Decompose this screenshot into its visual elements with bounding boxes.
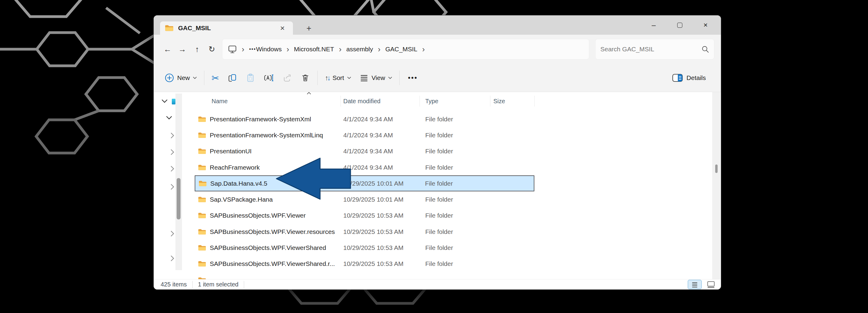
breadcrumb-separator[interactable]: › (417, 45, 430, 54)
file-list: PresentationFramework-SystemXml 4/1/2024… (195, 111, 575, 279)
view-button[interactable]: View (355, 68, 396, 87)
rename-button[interactable] (259, 68, 278, 87)
search-box[interactable] (595, 39, 714, 59)
column-header-name[interactable]: Name (195, 98, 341, 105)
minimize-button[interactable]: – (641, 16, 667, 35)
details-pane-button[interactable]: Details (668, 68, 710, 87)
paste-button[interactable] (241, 68, 259, 87)
tree-expand-chevron[interactable] (170, 184, 174, 190)
new-tab-button[interactable]: + (303, 23, 315, 33)
trash-icon (301, 73, 310, 83)
file-row[interactable]: Sap.VSPackage.Hana 10/29/2025 10:01 AM F… (195, 191, 534, 207)
column-divider[interactable] (534, 96, 535, 107)
file-date-modified: 4/1/2024 9:34 AM (341, 132, 420, 139)
file-row[interactable]: ReachFramework 4/1/2024 9:34 AM File fol… (195, 160, 534, 175)
search-input[interactable] (600, 46, 701, 53)
forward-button[interactable]: → (176, 44, 188, 56)
thumbnail-view-toggle[interactable] (704, 280, 718, 289)
up-button[interactable]: ↑ (191, 44, 203, 56)
breadcrumb-separator[interactable]: › (373, 45, 385, 54)
tree-expand-chevron[interactable] (170, 133, 174, 139)
thumbnail-view-icon (707, 281, 715, 289)
file-row[interactable]: PresentationFramework-SystemXmlLinq 4/1/… (195, 127, 534, 143)
item-count: 425 items (161, 281, 187, 288)
folder-icon (195, 212, 210, 219)
file-date-modified: 10/29/2025 10:53 AM (341, 260, 420, 267)
new-button[interactable]: New (160, 68, 201, 87)
column-divider[interactable] (420, 96, 420, 107)
breadcrumb-overflow-button[interactable]: ••• (249, 47, 256, 52)
maximize-button[interactable] (667, 16, 692, 35)
folder-icon (195, 196, 210, 203)
column-divider[interactable] (341, 96, 341, 107)
file-type: File folder (419, 180, 490, 187)
close-button[interactable]: × (692, 16, 718, 35)
paste-icon (246, 73, 255, 83)
breadcrumb-segment[interactable]: assembly (346, 46, 373, 53)
tree-expand-chevron[interactable] (170, 255, 174, 261)
file-row[interactable]: PresentationUI 4/1/2024 9:34 AM File fol… (195, 143, 534, 160)
file-row[interactable]: SAPBusinessObjects.WPF.Viewer.resources … (195, 224, 534, 240)
share-button[interactable] (278, 68, 296, 87)
details-view-icon (691, 281, 699, 289)
tree-expand-chevron[interactable] (170, 166, 174, 172)
rename-icon (264, 73, 274, 83)
file-list-scrollbar-track[interactable] (712, 92, 721, 279)
cut-button[interactable]: ✂ (207, 68, 223, 87)
breadcrumb[interactable]: › ••• Windows›Microsoft.NET›assembly›GAC… (222, 39, 589, 59)
nav-pane-scrollbar-thumb[interactable] (177, 178, 181, 220)
tree-expand-chevron[interactable] (170, 149, 174, 155)
file-type: File folder (420, 148, 490, 155)
column-divider[interactable] (490, 96, 490, 107)
toolbar-divider (317, 70, 318, 85)
refresh-button[interactable]: ↻ (206, 44, 218, 56)
file-row[interactable]: SAPBusinessObjects.WPF.ViewerShared 10/2… (195, 240, 534, 256)
tree-collapse-chevron[interactable] (166, 116, 172, 119)
tab-close-button[interactable]: × (277, 23, 287, 33)
folder-icon (165, 24, 174, 32)
breadcrumb-separator[interactable]: › (334, 45, 346, 54)
file-date-modified: 10/29/2025 10:01 AM (341, 180, 419, 187)
breadcrumb-segment[interactable]: Microsoft.NET (294, 46, 334, 53)
column-header-size[interactable]: Size (490, 98, 534, 105)
file-row[interactable]: Sap.Data.Hana.v4.5 10/29/2025 10:01 AM F… (195, 175, 534, 191)
file-row[interactable]: PresentationFramework-SystemXml 4/1/2024… (195, 111, 534, 127)
file-date-modified: 4/1/2024 9:34 AM (341, 148, 420, 155)
file-type: File folder (420, 164, 490, 171)
chevron-down-icon (193, 77, 197, 79)
tree-expand-chevron[interactable] (170, 231, 174, 237)
details-view-toggle[interactable] (688, 280, 702, 289)
minimize-icon: – (652, 21, 655, 29)
tree-collapse-chevron[interactable] (161, 99, 167, 103)
breadcrumb-separator[interactable]: › (282, 45, 294, 54)
desktop-background: GAC_MSIL × + – × ← → ↑ ↻ (0, 0, 868, 313)
folder-icon (195, 228, 210, 235)
copy-button[interactable] (223, 68, 241, 87)
delete-button[interactable] (296, 68, 314, 87)
title-bar[interactable]: GAC_MSIL × + – × (154, 16, 721, 35)
chevron-down-icon (347, 77, 351, 79)
file-date-modified: 4/1/2024 9:34 AM (341, 116, 420, 123)
file-list-scrollbar-thumb[interactable] (715, 165, 718, 173)
file-type: File folder (420, 132, 490, 139)
file-row[interactable]: SAPBusinessObjects.WPF.Viewer 10/29/2025… (195, 208, 534, 224)
this-pc-icon (228, 45, 237, 54)
sort-button[interactable]: ↑↓ Sort (321, 68, 355, 87)
details-button-label: Details (687, 74, 706, 82)
file-type: File folder (420, 212, 490, 219)
column-header-type[interactable]: Type (420, 98, 490, 105)
breadcrumb-segment[interactable]: GAC_MSIL (385, 46, 417, 53)
explorer-tab[interactable]: GAC_MSIL × (160, 22, 293, 35)
folder-icon (195, 260, 210, 267)
back-button[interactable]: ← (161, 44, 174, 56)
file-row[interactable]: SAPBusinessObjects.WPF.ViewerShared.r...… (195, 256, 534, 272)
file-row[interactable] (195, 272, 534, 279)
copy-icon (227, 73, 237, 83)
column-header-date-modified[interactable]: Date modified (341, 98, 420, 105)
file-name: PresentationUI (210, 148, 341, 155)
maximize-icon (677, 23, 682, 28)
address-bar-row: ← → ↑ ↻ › ••• Windows›Microsoft.NET›asse… (154, 35, 721, 64)
see-more-button[interactable]: ••• (403, 74, 423, 82)
breadcrumb-segment[interactable]: Windows (256, 46, 281, 53)
file-name: SAPBusinessObjects.WPF.Viewer (210, 212, 341, 219)
